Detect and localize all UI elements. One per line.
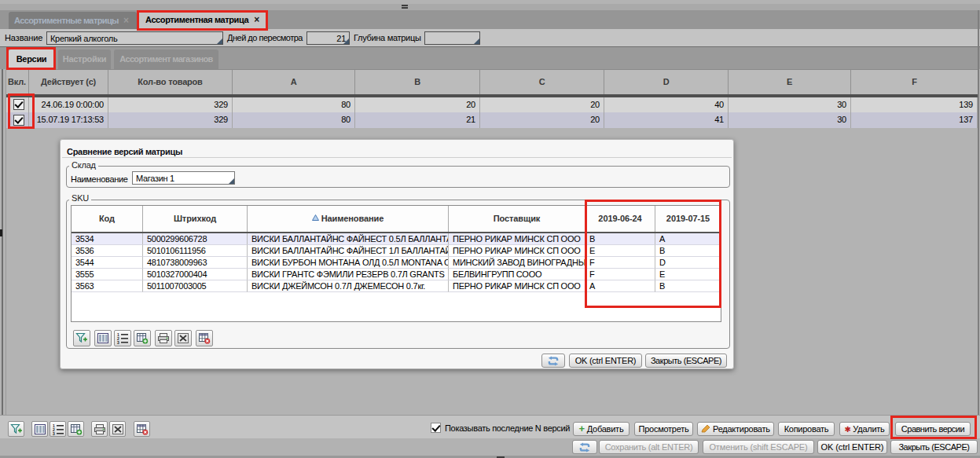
svg-text:3: 3 — [117, 340, 119, 344]
svg-text:3: 3 — [53, 431, 55, 435]
